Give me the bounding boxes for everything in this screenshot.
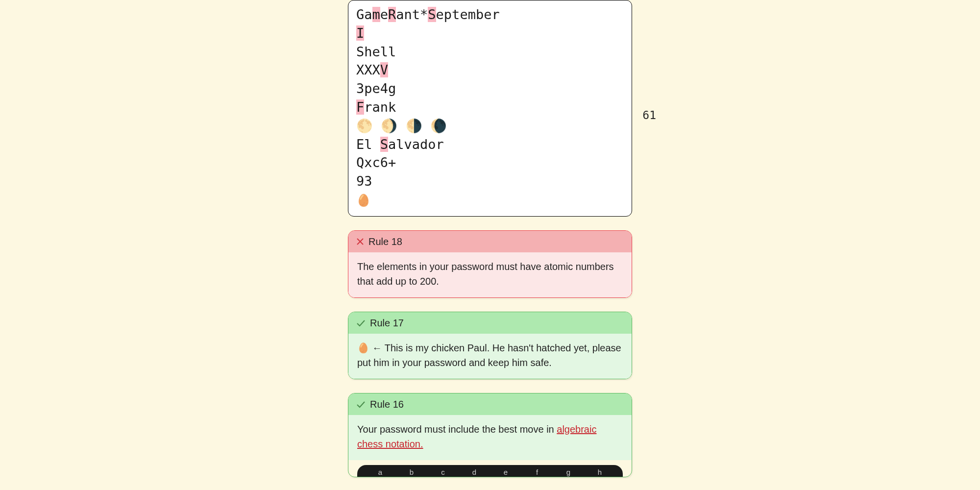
rule-text: ← This is my chicken Paul. He hasn't hat… bbox=[357, 343, 621, 368]
rule-body: 🥚 ← This is my chicken Paul. He hasn't h… bbox=[348, 334, 632, 379]
password-segment: m bbox=[372, 7, 380, 22]
rule-label: Rule 16 bbox=[370, 399, 404, 410]
rule-16: Rule 16 Your password must include the b… bbox=[348, 393, 632, 477]
password-segment: e bbox=[380, 7, 388, 22]
chess-board-files: abcdefgh bbox=[357, 465, 623, 477]
chess-file-label: b bbox=[407, 468, 416, 477]
password-segment: Qxc6+ bbox=[356, 155, 396, 170]
chess-file-label: c bbox=[438, 468, 448, 477]
password-segment: Shell bbox=[356, 44, 396, 59]
egg-icon: 🥚 bbox=[356, 194, 371, 207]
rule-17: Rule 17 🥚 ← This is my chicken Paul. He … bbox=[348, 312, 632, 379]
rule-header: Rule 18 bbox=[348, 231, 632, 252]
check-icon bbox=[356, 400, 366, 409]
password-segment: alvador bbox=[388, 137, 444, 152]
chess-file-label: h bbox=[595, 468, 605, 477]
password-segment: 3pe4g bbox=[356, 81, 396, 96]
password-segment: XXX bbox=[356, 62, 380, 77]
password-segment: Ga bbox=[356, 7, 372, 22]
check-icon bbox=[356, 318, 366, 328]
chess-file-label: a bbox=[375, 468, 385, 477]
password-segment: F bbox=[356, 99, 364, 115]
password-segment: V bbox=[380, 62, 388, 77]
rule-label: Rule 18 bbox=[368, 236, 402, 247]
chess-file-label: f bbox=[532, 468, 542, 477]
password-segment: R bbox=[388, 7, 396, 22]
chess-file-label: g bbox=[564, 468, 573, 477]
password-segment: I bbox=[356, 25, 364, 41]
rule-label: Rule 17 bbox=[370, 318, 404, 329]
rule-18: Rule 18 The elements in your password mu… bbox=[348, 230, 632, 298]
egg-icon: 🥚 bbox=[357, 343, 369, 353]
password-segment: eptember bbox=[436, 7, 500, 22]
rule-body: Your password must include the best move… bbox=[348, 415, 632, 460]
password-segment: ant* bbox=[396, 7, 428, 22]
password-content: GameRant*SeptemberIShellXXXV3pe4gFrank🌕 … bbox=[356, 5, 624, 209]
password-segment: S bbox=[380, 137, 388, 152]
x-icon bbox=[356, 238, 364, 245]
password-segment: rank bbox=[364, 99, 396, 115]
password-segment: 93 bbox=[356, 173, 372, 189]
rule-text: Your password must include the best move… bbox=[357, 424, 557, 435]
rule-body: The elements in your password must have … bbox=[348, 252, 632, 297]
chess-file-label: e bbox=[501, 468, 511, 477]
password-input[interactable]: GameRant*SeptemberIShellXXXV3pe4gFrank🌕 … bbox=[348, 0, 632, 217]
rule-header: Rule 17 bbox=[348, 312, 632, 334]
rule-header: Rule 16 bbox=[348, 393, 632, 415]
chess-file-label: d bbox=[469, 468, 479, 477]
password-segment: El bbox=[356, 137, 380, 152]
moon-phase-icons: 🌕 🌖 🌗 🌘 bbox=[356, 118, 447, 133]
character-count: 61 bbox=[642, 107, 656, 123]
password-segment: S bbox=[428, 7, 436, 22]
